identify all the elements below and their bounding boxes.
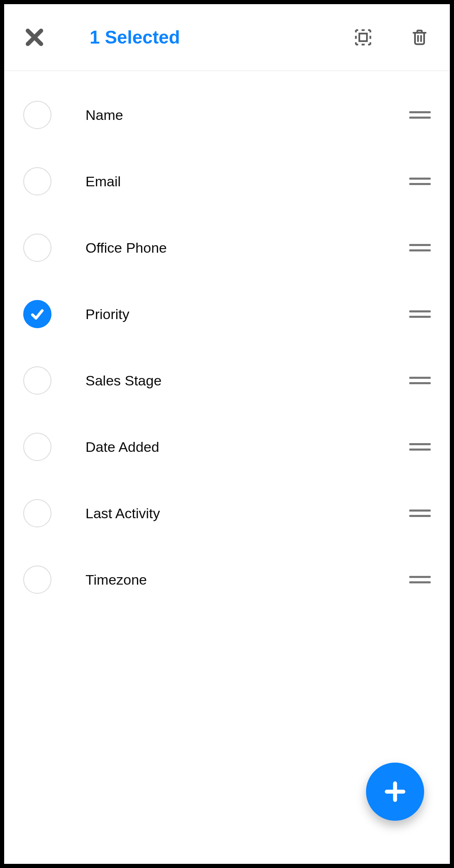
- list-item: Email: [4, 148, 450, 215]
- drag-handle-line-icon: [409, 377, 431, 379]
- row-checkbox[interactable]: [23, 101, 51, 129]
- row-checkbox[interactable]: [23, 366, 51, 395]
- drag-handle-line-icon: [409, 576, 431, 578]
- field-list: NameEmailOffice PhonePrioritySales Stage…: [4, 71, 450, 613]
- drag-handle[interactable]: [409, 373, 431, 388]
- list-item: Name: [4, 82, 450, 148]
- row-checkbox[interactable]: [23, 499, 51, 527]
- list-item: Priority: [4, 281, 450, 347]
- delete-button[interactable]: [408, 26, 431, 49]
- row-label: Timezone: [85, 572, 409, 588]
- drag-handle[interactable]: [409, 439, 431, 454]
- row-label: Priority: [85, 306, 409, 322]
- drag-handle-line-icon: [409, 449, 431, 451]
- drag-handle-line-icon: [409, 310, 431, 312]
- list-item: Sales Stage: [4, 347, 450, 414]
- row-checkbox[interactable]: [23, 167, 51, 195]
- drag-handle-line-icon: [409, 178, 431, 180]
- drag-handle[interactable]: [409, 240, 431, 255]
- row-checkbox[interactable]: [23, 300, 51, 328]
- drag-handle-line-icon: [409, 117, 431, 119]
- row-label: Email: [85, 173, 409, 190]
- drag-handle[interactable]: [409, 506, 431, 521]
- plus-icon: [383, 779, 408, 804]
- list-item: Last Activity: [4, 480, 450, 546]
- row-label: Name: [85, 107, 409, 123]
- drag-handle[interactable]: [409, 572, 431, 587]
- row-label: Sales Stage: [85, 373, 409, 389]
- drag-handle-line-icon: [409, 581, 431, 583]
- row-label: Office Phone: [85, 240, 409, 256]
- drag-handle[interactable]: [409, 107, 431, 122]
- row-label: Last Activity: [85, 505, 409, 522]
- selection-count-title: 1 Selected: [90, 27, 180, 48]
- list-item: Date Added: [4, 414, 450, 480]
- app-screen: 1 Selected: [0, 0, 454, 868]
- add-button[interactable]: [366, 763, 424, 821]
- svg-rect-2: [359, 34, 367, 41]
- list-item: Timezone: [4, 546, 450, 613]
- select-all-button[interactable]: [352, 26, 374, 49]
- drag-handle-line-icon: [409, 316, 431, 318]
- drag-handle-line-icon: [409, 510, 431, 512]
- list-item: Office Phone: [4, 215, 450, 281]
- trash-icon: [410, 28, 429, 46]
- row-label: Date Added: [85, 439, 409, 455]
- select-all-icon: [354, 28, 372, 46]
- drag-handle-line-icon: [409, 111, 431, 113]
- close-icon: [24, 27, 44, 47]
- row-checkbox[interactable]: [23, 566, 51, 594]
- drag-handle[interactable]: [409, 174, 431, 189]
- row-checkbox[interactable]: [23, 433, 51, 461]
- drag-handle-line-icon: [409, 382, 431, 384]
- drag-handle-line-icon: [409, 244, 431, 246]
- close-button[interactable]: [23, 26, 46, 49]
- checkmark-icon: [29, 306, 46, 322]
- drag-handle-line-icon: [409, 515, 431, 517]
- header: 1 Selected: [4, 4, 450, 71]
- drag-handle-line-icon: [409, 183, 431, 185]
- drag-handle[interactable]: [409, 307, 431, 322]
- drag-handle-line-icon: [409, 443, 431, 445]
- row-checkbox[interactable]: [23, 234, 51, 262]
- drag-handle-line-icon: [409, 249, 431, 251]
